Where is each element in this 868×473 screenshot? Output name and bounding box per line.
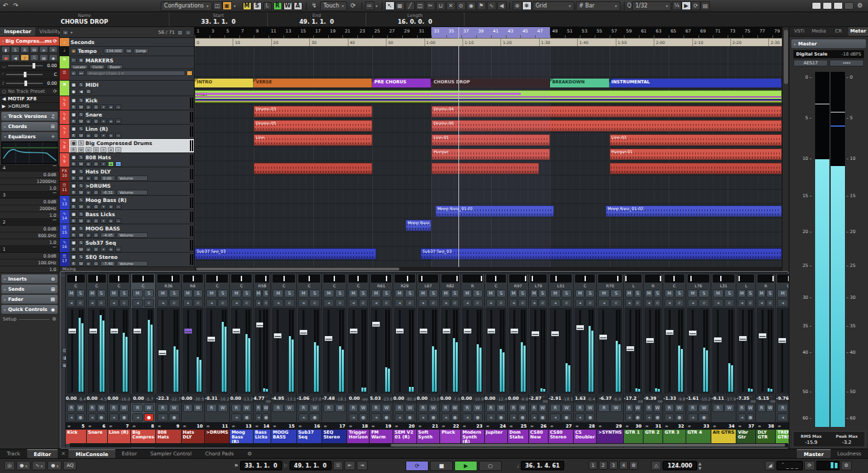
solo-button[interactable]: S	[561, 289, 572, 297]
clip-moog-bass-01[interactable]: Moog Bass_01	[406, 220, 431, 231]
mixer-strip-808-hats[interactable]: R36MS◂e-22.3-22.7RW◂●∞9808 Hats	[156, 274, 181, 448]
tab-inspector[interactable]: Inspector	[0, 27, 35, 36]
write-button[interactable]: W	[766, 404, 774, 412]
track-read-button[interactable]: R	[71, 104, 77, 110]
edit-button[interactable]: e	[76, 299, 84, 307]
mixer-strip-dom-stabs[interactable]: R97MS◂e0.00-9.9RW◂●∞25Dom Stabs	[508, 274, 529, 448]
monitor-button[interactable]: ◂	[777, 413, 788, 421]
mixer-strip-seq-stereo[interactable]: CMS◂e-7.48-18.1RW∞17SEQ Stereo	[322, 274, 347, 448]
track-eq-state-icon[interactable]: +	[108, 133, 114, 138]
track-solo-button[interactable]: S	[78, 197, 84, 203]
track-edit-button[interactable]: e	[85, 204, 92, 209]
meter-master-header[interactable]: ▸Master	[791, 39, 866, 48]
close-lower-zone-icon[interactable]: ✕	[58, 449, 68, 458]
mute-button[interactable]: M	[395, 289, 404, 297]
edit-channel-button[interactable]: e	[39, 46, 48, 53]
undo-icon[interactable]: ↶	[0, 0, 11, 12]
solo-button[interactable]: S	[242, 289, 252, 297]
mute-button[interactable]: M	[441, 289, 450, 297]
grid-type-dropdown[interactable]: # Bar▾	[576, 1, 620, 11]
pan-control[interactable]	[550, 274, 572, 283]
split-tool-icon[interactable]: ✂	[426, 1, 435, 10]
record-button[interactable]: ●	[309, 413, 320, 421]
solo-button[interactable]: S	[335, 289, 346, 297]
solo-button[interactable]: S	[309, 289, 320, 297]
lock-icon[interactable]: ⚿	[30, 54, 39, 61]
monitor-button[interactable]: ◂	[67, 413, 75, 421]
listen-button[interactable]: ◂	[395, 299, 404, 307]
track-read-button[interactable]: R	[71, 119, 77, 124]
music-mode-icon[interactable]: ♪	[20, 54, 29, 61]
pan-control[interactable]	[441, 274, 459, 283]
write-button[interactable]: W	[538, 404, 547, 412]
mixer-strip-gtr-2[interactable]: RMS◂e-9.39-ooRW◂●∞31GTR 2	[644, 274, 663, 448]
mixer-strip-bass-licks[interactable]: R58MS◂e4.77-ooRW◂●∞14Bass Licks	[254, 274, 271, 448]
listen-button[interactable]: ◂	[777, 299, 788, 307]
listen-button[interactable]: ◂	[441, 299, 450, 307]
track-mute-button[interactable]: ■	[71, 254, 77, 260]
mute-button[interactable]: M	[777, 289, 788, 297]
track-mute-button[interactable]: ■	[71, 155, 77, 160]
mixer-strip-modern-synth-r-[interactable]: RMS◂e0.00-10.9RW◂●∞23Modern Synth (R)	[461, 274, 485, 448]
track-row-big-compressed-drums[interactable]: ∿8■SBig Compressed DrumsRWe⊙•+~	[60, 139, 194, 153]
track-write-button[interactable]: W	[78, 147, 84, 152]
info-field-start[interactable]: Start33. 1. 1. 0	[170, 12, 268, 26]
track-row-moog-bass-r-[interactable]: ∿13■SMoog Bass (R)RWe⊙•+~	[60, 196, 194, 210]
channel-name[interactable]: Hats DLY	[182, 430, 205, 444]
pan-control[interactable]	[665, 274, 684, 283]
bar-ruler[interactable]: 1357911131517192123252729313335373941434…	[195, 27, 782, 38]
fader-handle[interactable]	[207, 336, 216, 342]
track-volume-param[interactable]: Volume	[117, 232, 148, 238]
write-button[interactable]: W	[242, 404, 252, 412]
mixer-strip-pluck[interactable]: R82MS◂e0.00-7.9RW◂●∞22Pluck	[440, 274, 461, 448]
record-button[interactable]: ●	[405, 413, 414, 421]
write-button[interactable]: W	[284, 404, 295, 412]
meter-tab-master[interactable]: Master	[797, 449, 830, 458]
channel-name[interactable]: CS80 New	[529, 430, 548, 444]
solo-button[interactable]: S	[496, 289, 506, 297]
camera-icon[interactable]: ▣	[222, 1, 232, 10]
track-edit-button[interactable]: e	[85, 190, 92, 195]
marker-zoom-button[interactable]: Zoom	[106, 64, 123, 68]
listen-button[interactable]: ◂	[231, 299, 241, 307]
solo-button[interactable]: S	[473, 289, 482, 297]
state-button-s[interactable]: S	[253, 2, 262, 10]
track-sends-icon[interactable]: •	[100, 119, 106, 124]
track-edit-button[interactable]: e	[85, 133, 92, 138]
mixer-strip-sem-v2-01-r-[interactable]: R29MS◂e0.00-80.9RW◂●∞20SEM V2 01 (R)	[393, 274, 417, 448]
fader-handle[interactable]	[133, 328, 142, 334]
record-button[interactable]: ●	[76, 413, 84, 421]
clip-linn-02[interactable]: Linn-02	[610, 134, 782, 146]
edit-button[interactable]: e	[144, 299, 155, 307]
edit-button[interactable]: e	[634, 299, 642, 307]
track-solo-button[interactable]: S	[78, 211, 84, 217]
listen-button[interactable]: ◂	[298, 299, 309, 307]
mute-button[interactable]: M	[132, 289, 143, 297]
bars-icon[interactable]: ▤	[701, 1, 710, 10]
solo-button[interactable]: S	[747, 289, 755, 297]
solo-button[interactable]: S	[585, 289, 595, 297]
setup-zone-toggle[interactable]	[844, 2, 854, 9]
listen-button[interactable]: ◂	[418, 299, 428, 307]
mute-button[interactable]: M	[665, 289, 674, 297]
right-tab-media[interactable]: Media	[809, 27, 829, 36]
right-tab-meter[interactable]: Meter	[848, 27, 868, 36]
mixer-strip--drums[interactable]: CMS◂e-8.31-10.2RW∞11>DRUMS	[205, 274, 230, 448]
write-button[interactable]: W	[473, 404, 482, 412]
monitor-button[interactable]: ◂	[157, 413, 168, 421]
info-field-end[interactable]: End49. 1. 1. 0	[268, 12, 366, 26]
record-button[interactable]: ●	[496, 413, 506, 421]
write-button[interactable]: W	[193, 404, 203, 412]
solo-button[interactable]: S	[766, 289, 774, 297]
arranger-part-instrumental[interactable]: INSTRUMENTAL	[610, 79, 782, 87]
pan-slider[interactable]	[6, 74, 43, 75]
lower-zone-tab-editor[interactable]: Editor	[115, 449, 144, 458]
channel-name[interactable]: Big Compres	[131, 430, 155, 444]
monitor-button[interactable]: ◂	[486, 413, 496, 421]
read-button[interactable]: R	[206, 404, 217, 412]
track-solo-button[interactable]: S	[78, 98, 84, 103]
mixer-strip-big-compres[interactable]: CMS◂e0.00-5.7RW◂●∞8Big Compres	[131, 274, 156, 448]
edit-button[interactable]: e	[538, 299, 547, 307]
eq-band-4-freq[interactable]: 12000Hz	[0, 178, 59, 185]
iterative-quantize-icon[interactable]: ¼	[672, 1, 682, 10]
